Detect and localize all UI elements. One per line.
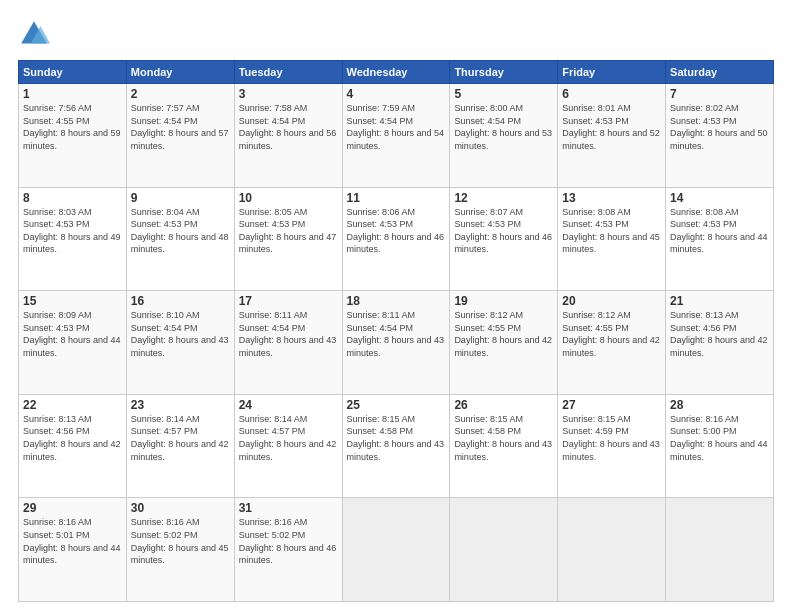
calendar-cell: 21Sunrise: 8:13 AMSunset: 4:56 PMDayligh… [666,291,774,395]
calendar-header-sunday: Sunday [19,61,127,84]
day-number: 29 [23,501,122,515]
day-number: 24 [239,398,338,412]
calendar-cell: 7Sunrise: 8:02 AMSunset: 4:53 PMDaylight… [666,84,774,188]
day-info: Sunrise: 8:02 AMSunset: 4:53 PMDaylight:… [670,102,769,152]
day-info: Sunrise: 7:59 AMSunset: 4:54 PMDaylight:… [347,102,446,152]
day-number: 30 [131,501,230,515]
calendar-table: SundayMondayTuesdayWednesdayThursdayFrid… [18,60,774,602]
day-info: Sunrise: 8:15 AMSunset: 4:58 PMDaylight:… [454,413,553,463]
day-info: Sunrise: 8:03 AMSunset: 4:53 PMDaylight:… [23,206,122,256]
calendar-week-1: 1Sunrise: 7:56 AMSunset: 4:55 PMDaylight… [19,84,774,188]
day-number: 23 [131,398,230,412]
calendar-cell [558,498,666,602]
day-info: Sunrise: 8:15 AMSunset: 4:58 PMDaylight:… [347,413,446,463]
day-info: Sunrise: 7:57 AMSunset: 4:54 PMDaylight:… [131,102,230,152]
day-number: 16 [131,294,230,308]
day-number: 1 [23,87,122,101]
calendar-header-saturday: Saturday [666,61,774,84]
calendar-cell: 3Sunrise: 7:58 AMSunset: 4:54 PMDaylight… [234,84,342,188]
calendar-cell: 27Sunrise: 8:15 AMSunset: 4:59 PMDayligh… [558,394,666,498]
day-info: Sunrise: 8:04 AMSunset: 4:53 PMDaylight:… [131,206,230,256]
day-number: 10 [239,191,338,205]
calendar-cell [666,498,774,602]
calendar-header-row: SundayMondayTuesdayWednesdayThursdayFrid… [19,61,774,84]
calendar-header-wednesday: Wednesday [342,61,450,84]
day-info: Sunrise: 8:13 AMSunset: 4:56 PMDaylight:… [670,309,769,359]
day-info: Sunrise: 8:13 AMSunset: 4:56 PMDaylight:… [23,413,122,463]
day-number: 12 [454,191,553,205]
calendar-cell: 14Sunrise: 8:08 AMSunset: 4:53 PMDayligh… [666,187,774,291]
day-number: 22 [23,398,122,412]
calendar-cell: 9Sunrise: 8:04 AMSunset: 4:53 PMDaylight… [126,187,234,291]
calendar-cell: 5Sunrise: 8:00 AMSunset: 4:54 PMDaylight… [450,84,558,188]
calendar-cell: 12Sunrise: 8:07 AMSunset: 4:53 PMDayligh… [450,187,558,291]
day-info: Sunrise: 8:11 AMSunset: 4:54 PMDaylight:… [347,309,446,359]
day-info: Sunrise: 8:16 AMSunset: 5:00 PMDaylight:… [670,413,769,463]
day-number: 27 [562,398,661,412]
calendar-header-monday: Monday [126,61,234,84]
day-info: Sunrise: 8:11 AMSunset: 4:54 PMDaylight:… [239,309,338,359]
day-info: Sunrise: 7:58 AMSunset: 4:54 PMDaylight:… [239,102,338,152]
day-info: Sunrise: 8:16 AMSunset: 5:01 PMDaylight:… [23,516,122,566]
day-number: 2 [131,87,230,101]
calendar-week-5: 29Sunrise: 8:16 AMSunset: 5:01 PMDayligh… [19,498,774,602]
day-info: Sunrise: 8:14 AMSunset: 4:57 PMDaylight:… [131,413,230,463]
calendar-cell: 1Sunrise: 7:56 AMSunset: 4:55 PMDaylight… [19,84,127,188]
logo [18,18,54,50]
day-number: 8 [23,191,122,205]
calendar-cell: 4Sunrise: 7:59 AMSunset: 4:54 PMDaylight… [342,84,450,188]
calendar-header-friday: Friday [558,61,666,84]
day-info: Sunrise: 8:10 AMSunset: 4:54 PMDaylight:… [131,309,230,359]
day-number: 14 [670,191,769,205]
calendar-cell: 29Sunrise: 8:16 AMSunset: 5:01 PMDayligh… [19,498,127,602]
day-number: 25 [347,398,446,412]
day-number: 15 [23,294,122,308]
day-number: 7 [670,87,769,101]
day-info: Sunrise: 8:16 AMSunset: 5:02 PMDaylight:… [131,516,230,566]
calendar-week-2: 8Sunrise: 8:03 AMSunset: 4:53 PMDaylight… [19,187,774,291]
day-info: Sunrise: 8:16 AMSunset: 5:02 PMDaylight:… [239,516,338,566]
day-number: 4 [347,87,446,101]
calendar-cell: 25Sunrise: 8:15 AMSunset: 4:58 PMDayligh… [342,394,450,498]
day-info: Sunrise: 8:05 AMSunset: 4:53 PMDaylight:… [239,206,338,256]
day-info: Sunrise: 8:07 AMSunset: 4:53 PMDaylight:… [454,206,553,256]
calendar-cell: 17Sunrise: 8:11 AMSunset: 4:54 PMDayligh… [234,291,342,395]
calendar-cell: 13Sunrise: 8:08 AMSunset: 4:53 PMDayligh… [558,187,666,291]
day-number: 28 [670,398,769,412]
day-number: 18 [347,294,446,308]
day-number: 3 [239,87,338,101]
day-number: 21 [670,294,769,308]
calendar-header-tuesday: Tuesday [234,61,342,84]
day-number: 13 [562,191,661,205]
day-info: Sunrise: 8:00 AMSunset: 4:54 PMDaylight:… [454,102,553,152]
day-number: 20 [562,294,661,308]
calendar-cell [342,498,450,602]
calendar-cell: 20Sunrise: 8:12 AMSunset: 4:55 PMDayligh… [558,291,666,395]
calendar-cell: 19Sunrise: 8:12 AMSunset: 4:55 PMDayligh… [450,291,558,395]
calendar-cell: 6Sunrise: 8:01 AMSunset: 4:53 PMDaylight… [558,84,666,188]
calendar-cell: 18Sunrise: 8:11 AMSunset: 4:54 PMDayligh… [342,291,450,395]
day-number: 6 [562,87,661,101]
logo-icon [18,18,50,50]
calendar-cell: 23Sunrise: 8:14 AMSunset: 4:57 PMDayligh… [126,394,234,498]
day-number: 17 [239,294,338,308]
day-info: Sunrise: 8:01 AMSunset: 4:53 PMDaylight:… [562,102,661,152]
calendar-cell: 26Sunrise: 8:15 AMSunset: 4:58 PMDayligh… [450,394,558,498]
calendar-cell: 2Sunrise: 7:57 AMSunset: 4:54 PMDaylight… [126,84,234,188]
day-info: Sunrise: 8:12 AMSunset: 4:55 PMDaylight:… [562,309,661,359]
calendar-week-4: 22Sunrise: 8:13 AMSunset: 4:56 PMDayligh… [19,394,774,498]
calendar-cell: 10Sunrise: 8:05 AMSunset: 4:53 PMDayligh… [234,187,342,291]
calendar-cell: 11Sunrise: 8:06 AMSunset: 4:53 PMDayligh… [342,187,450,291]
calendar-cell: 15Sunrise: 8:09 AMSunset: 4:53 PMDayligh… [19,291,127,395]
day-number: 31 [239,501,338,515]
page: SundayMondayTuesdayWednesdayThursdayFrid… [0,0,792,612]
calendar-cell: 31Sunrise: 8:16 AMSunset: 5:02 PMDayligh… [234,498,342,602]
day-info: Sunrise: 8:14 AMSunset: 4:57 PMDaylight:… [239,413,338,463]
day-info: Sunrise: 8:06 AMSunset: 4:53 PMDaylight:… [347,206,446,256]
calendar-cell: 24Sunrise: 8:14 AMSunset: 4:57 PMDayligh… [234,394,342,498]
day-info: Sunrise: 8:12 AMSunset: 4:55 PMDaylight:… [454,309,553,359]
day-info: Sunrise: 8:08 AMSunset: 4:53 PMDaylight:… [670,206,769,256]
header [18,18,774,50]
day-number: 26 [454,398,553,412]
day-number: 5 [454,87,553,101]
